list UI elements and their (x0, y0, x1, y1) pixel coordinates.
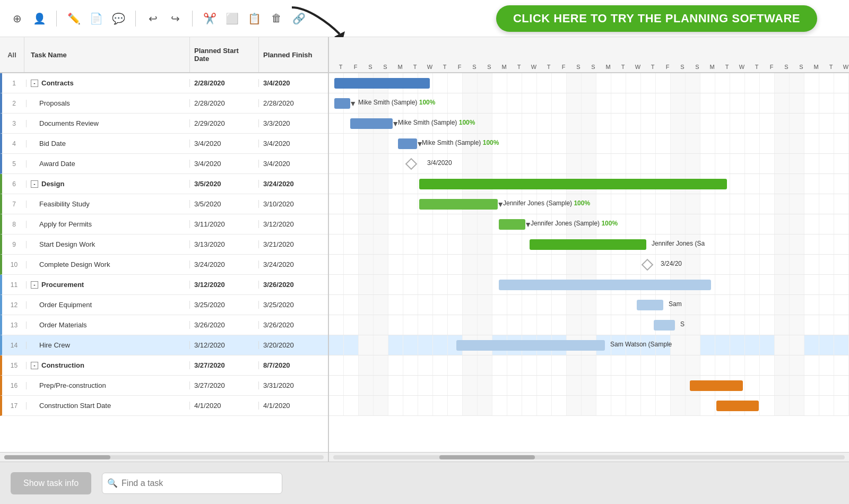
row-number: 15 (2, 362, 27, 369)
redo-icon[interactable]: ↪ (167, 10, 184, 27)
grid-col (671, 93, 686, 113)
table-row[interactable]: 2 Proposals 2/28/2020 2/28/2020 (0, 93, 328, 114)
table-row[interactable]: 1 - Contracts 2/28/2020 3/4/2020 (0, 73, 328, 93)
table-scroll[interactable] (0, 452, 328, 462)
grid-col (745, 335, 760, 355)
gantt-panel: TFSSMTWTFSSMTWTFSSMTWTFSSMTWTFSSMTWTFS ▼… (329, 37, 849, 462)
gantt-day-label: S (690, 64, 705, 70)
grid-col (730, 134, 745, 153)
grid-col (790, 275, 804, 294)
grid-col (552, 376, 567, 395)
grid-col (730, 315, 745, 335)
gantt-bar (456, 340, 605, 351)
table-row[interactable]: 12 Order Equipment 3/25/2020 3/25/2020 (0, 295, 328, 315)
table-row[interactable]: 17 Construction Start Date 4/1/2020 4/1/… (0, 396, 328, 416)
table-row[interactable]: 14 Hire Crew 3/12/2020 3/20/2020 (0, 335, 328, 355)
gantt-bar (530, 239, 646, 250)
grid-col (522, 376, 537, 395)
grid-col (819, 73, 834, 93)
grid-col (790, 134, 804, 153)
grid-col (611, 376, 626, 395)
gantt-day-label: M (809, 64, 824, 70)
col-all-header: All (0, 37, 24, 72)
add-icon[interactable]: ⊕ (8, 10, 25, 27)
grid-col (596, 93, 611, 113)
document-icon[interactable]: 📄 (88, 10, 105, 27)
cta-button[interactable]: CLICK HERE TO TRY THE PLANNING SOFTWARE (496, 5, 817, 32)
grid-col (403, 214, 418, 234)
collapse-icon[interactable]: - (31, 80, 38, 87)
trash-icon[interactable]: 🗑 (268, 10, 285, 27)
grid-col (745, 174, 760, 194)
grid-col (552, 114, 567, 133)
table-row[interactable]: 11 - Procurement 3/12/2020 3/26/2020 (0, 275, 328, 295)
grid-col (596, 295, 611, 315)
table-row[interactable]: 6 - Design 3/5/2020 3/24/2020 (0, 174, 328, 194)
grid-col (819, 194, 834, 214)
show-task-button[interactable]: Show task info (11, 472, 91, 494)
find-task-wrapper: 🔍 (102, 473, 282, 494)
grid-col (730, 154, 745, 173)
grid-col (403, 315, 418, 335)
pencil-icon[interactable]: ✏️ (65, 10, 82, 27)
grid-col (582, 93, 596, 113)
grid-col (329, 295, 344, 315)
grid-col (626, 315, 641, 335)
copy-icon[interactable]: ⬜ (223, 10, 240, 27)
table-row[interactable]: 3 Documents Review 2/29/2020 3/3/2020 (0, 114, 328, 134)
grid-col (626, 355, 641, 375)
grid-col (819, 93, 834, 113)
grid-col (374, 315, 388, 335)
grid-col (344, 234, 359, 254)
chat-icon[interactable]: 💬 (110, 10, 127, 27)
grid-col (403, 174, 418, 194)
grid-col (834, 154, 849, 173)
grid-col (507, 234, 522, 254)
grid-col (418, 355, 433, 375)
collapse-icon[interactable]: - (31, 180, 38, 188)
grid-col (626, 93, 641, 113)
grid-col (626, 214, 641, 234)
grid-col (656, 73, 671, 93)
row-task-name: - Procurement (27, 281, 190, 289)
table-row[interactable]: 15 - Construction 3/27/2020 8/7/2020 (0, 355, 328, 376)
gantt-bar: ▼ (499, 219, 525, 230)
table-row[interactable]: 8 Apply for Permits 3/11/2020 3/12/2020 (0, 214, 328, 234)
gantt-header: TFSSMTWTFSSMTWTFSSMTWTFSSMTWTFSSMTWTFS (329, 37, 849, 73)
grid-col (403, 275, 418, 294)
scissors-icon[interactable]: ✂️ (201, 10, 218, 27)
gantt-bar: ▼ (419, 199, 498, 210)
table-row[interactable]: 13 Order Materials 3/26/2020 3/26/2020 (0, 315, 328, 335)
undo-icon[interactable]: ↩ (144, 10, 161, 27)
collapse-icon[interactable]: - (31, 281, 38, 289)
grid-col (656, 355, 671, 375)
table-row[interactable]: 7 Feasibility Study 3/5/2020 3/10/2020 (0, 194, 328, 214)
table-row[interactable]: 5 Award Date 3/4/2020 3/4/2020 (0, 154, 328, 174)
gantt-scroll[interactable] (329, 452, 849, 462)
row-number: 11 (2, 281, 27, 289)
grid-col (359, 335, 374, 355)
paste-icon[interactable]: 📋 (246, 10, 263, 27)
grid-col (478, 154, 492, 173)
grid-col (552, 396, 567, 415)
table-row[interactable]: 10 Complete Design Work 3/24/2020 3/24/2… (0, 255, 328, 275)
grid-col (433, 396, 448, 415)
grid-col (686, 315, 700, 335)
grid-col (671, 335, 686, 355)
person-icon[interactable]: 👤 (31, 10, 48, 27)
table-row[interactable]: 16 Prep/Pre-construction 3/27/2020 3/31/… (0, 376, 328, 396)
gantt-day-label: F (348, 64, 363, 70)
grid-col (567, 255, 582, 274)
grid-col (582, 355, 596, 375)
collapse-icon[interactable]: - (31, 362, 38, 369)
table-row[interactable]: 4 Bid Date 3/4/2020 3/4/2020 (0, 134, 328, 154)
row-number: 16 (2, 382, 27, 389)
grid-col (790, 93, 804, 113)
search-icon: 🔍 (107, 478, 118, 488)
grid-col (388, 214, 403, 234)
table-row[interactable]: 9 Start Design Work 3/13/2020 3/21/2020 (0, 234, 328, 255)
row-task-name: Bid Date (27, 140, 190, 147)
grid-col (775, 194, 790, 214)
find-task-input[interactable] (102, 473, 282, 494)
grid-col (760, 73, 775, 93)
